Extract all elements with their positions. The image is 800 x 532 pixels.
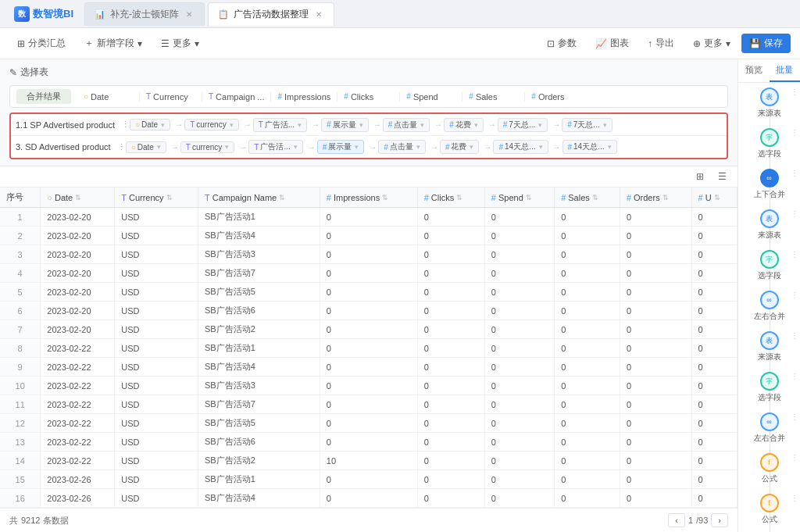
table-row: 6 2023-02-20 USD SB广告活动6 0 0 0 0 0 0: [0, 302, 738, 320]
col-currency[interactable]: T Currency ⇅: [115, 187, 198, 208]
sidebar-node-formula2: f 公式 ⋮: [738, 489, 800, 530]
node-circle-select1[interactable]: 字: [760, 128, 779, 147]
node-circle-source3[interactable]: 表: [760, 331, 779, 350]
prev-page-btn[interactable]: ‹: [668, 513, 685, 527]
tab-label-1: 补充-波士顿矩阵: [110, 8, 179, 21]
spend-type-icon: #: [406, 92, 411, 101]
more-btn[interactable]: ☰ 更多 ▾: [153, 34, 207, 53]
chart-btn[interactable]: 📈 图表: [588, 34, 637, 53]
more2-btn[interactable]: ⊕ 更多 ▾: [685, 34, 738, 53]
source-field-2-currency[interactable]: T currency ▾: [180, 141, 234, 153]
sort-clicks[interactable]: ⇅: [456, 194, 462, 202]
cell-spend: 0: [484, 320, 554, 339]
classify-btn[interactable]: ⊞ 分类汇总: [9, 34, 73, 53]
node-circle-formula1[interactable]: f: [760, 453, 779, 472]
table-filter-btn[interactable]: ☰: [713, 170, 731, 184]
node-menu-select1[interactable]: ⋮: [791, 128, 798, 137]
save-btn[interactable]: 💾 保存: [741, 34, 791, 53]
source-menu-2[interactable]: ⋮: [117, 142, 126, 152]
cell-currency: USD: [115, 377, 198, 395]
node-circle-merge2[interactable]: ∞: [760, 291, 779, 309]
cell-currency: USD: [115, 414, 198, 433]
node-menu-merge1[interactable]: ⋮: [791, 169, 798, 177]
tab-item-2[interactable]: 📋 广告活动数据整理 ✕: [208, 2, 334, 26]
sidebar-tab-batch[interactable]: 批量: [770, 59, 801, 82]
node-circle-select3[interactable]: 字: [760, 372, 779, 391]
node-menu-source2[interactable]: ⋮: [791, 209, 798, 218]
source-field-1-currency[interactable]: T currency ▾: [184, 119, 238, 130]
col-u[interactable]: # U ⇅: [691, 187, 737, 208]
source-field-2-spend[interactable]: # 花费 ▾: [440, 140, 480, 154]
node-circle-source1[interactable]: 表: [760, 87, 779, 106]
source-field-1-date[interactable]: ○ Date ▾: [130, 119, 170, 130]
col-clicks[interactable]: # Clicks ⇅: [417, 187, 484, 208]
sort-sales[interactable]: ⇅: [592, 194, 598, 202]
node-menu-merge3[interactable]: ⋮: [791, 412, 798, 421]
tab-label-2: 广告活动数据整理: [234, 8, 309, 21]
cell-campaign: SB广告活动1: [198, 470, 320, 489]
next-page-btn[interactable]: ›: [711, 513, 728, 527]
source-field-2-clicks[interactable]: # 点击量 ▾: [378, 140, 426, 154]
source-field-1-campaign[interactable]: T 广告活... ▾: [253, 118, 307, 132]
tab-close-2[interactable]: ✕: [313, 9, 324, 20]
source-field-2-sales[interactable]: # 14天总... ▾: [493, 140, 548, 154]
sort-date[interactable]: ⇅: [75, 194, 81, 202]
source-field-2-date[interactable]: ○ Date ▾: [126, 141, 166, 153]
table-view-btn[interactable]: ⊞: [691, 170, 709, 184]
node-menu-select3[interactable]: ⋮: [791, 372, 798, 380]
source-menu-1[interactable]: ⋮: [121, 120, 130, 130]
source-field-2-campaign[interactable]: T 广告活... ▾: [248, 140, 302, 154]
cell-spend: 0: [484, 377, 554, 395]
source-field-1-impressions[interactable]: # 展示量 ▾: [321, 118, 369, 132]
cell-campaign: SB广告活动2: [198, 452, 320, 470]
header-spend-label: Spend: [413, 92, 438, 102]
source-field-1-clicks[interactable]: # 点击量 ▾: [383, 118, 430, 132]
export-btn[interactable]: ↑ 导出: [640, 34, 682, 53]
col-date[interactable]: ○ Date ⇅: [41, 187, 115, 208]
tab-close-1[interactable]: ✕: [184, 9, 195, 20]
merge-config: ✎ 选择表 合并结果 ○ Date T Currency T Campaign …: [0, 59, 738, 166]
table-row: 12 2023-02-22 USD SB广告活动5 0 0 0 0 0 0: [0, 414, 738, 433]
sort-currency[interactable]: ⇅: [166, 194, 173, 202]
sort-impressions[interactable]: ⇅: [382, 194, 388, 202]
cell-impressions: 0: [320, 433, 417, 452]
sort-spend[interactable]: ⇅: [526, 194, 532, 202]
sort-orders[interactable]: ⇅: [662, 194, 669, 202]
export-icon: ↑: [648, 38, 652, 49]
node-menu-source3[interactable]: ⋮: [791, 331, 798, 340]
node-circle-source2[interactable]: 表: [760, 209, 779, 228]
source-field-1-orders[interactable]: # 7天总... ▾: [562, 118, 612, 132]
sidebar-tab-preview[interactable]: 预览: [738, 59, 770, 82]
source-field-2-impressions[interactable]: # 展示量 ▾: [317, 140, 365, 154]
node-circle-select2[interactable]: 字: [760, 250, 779, 269]
add-field-btn[interactable]: ＋ 新增字段 ▾: [77, 34, 150, 53]
node-circle-merge1[interactable]: ∞: [760, 169, 779, 187]
cell-orders: 0: [620, 320, 691, 339]
node-menu-select2[interactable]: ⋮: [791, 250, 798, 259]
page-current: 1: [688, 516, 693, 525]
params-btn[interactable]: ⊡ 参数: [539, 34, 584, 53]
sort-campaign[interactable]: ⇅: [279, 194, 285, 202]
source-field-1-sales[interactable]: # 7天总... ▾: [498, 118, 548, 132]
node-menu-formula1[interactable]: ⋮: [791, 453, 798, 462]
export-label: 导出: [655, 37, 674, 50]
cell-date: 2023-02-22: [41, 358, 115, 377]
node-circle-formula2[interactable]: f: [760, 494, 779, 512]
cell-seq: 12: [0, 414, 41, 433]
source-field-2-orders[interactable]: # 14天总... ▾: [562, 140, 617, 154]
sort-u[interactable]: ⇅: [714, 194, 720, 202]
node-menu-source1[interactable]: ⋮: [791, 87, 798, 96]
node-circle-merge3[interactable]: ∞: [760, 412, 779, 431]
source-field-1-spend[interactable]: # 花费 ▾: [444, 118, 484, 132]
node-menu-formula2[interactable]: ⋮: [791, 494, 798, 502]
col-impressions[interactable]: # Impressions ⇅: [320, 187, 417, 208]
col-orders[interactable]: # Orders ⇅: [620, 187, 691, 208]
add-field-label: 新增字段: [97, 37, 134, 50]
cell-spend: 0: [484, 227, 554, 245]
col-sales[interactable]: # Sales ⇅: [555, 187, 620, 208]
table-row: 1 2023-02-20 USD SB广告活动1 0 0 0 0 0 0: [0, 208, 738, 227]
col-spend[interactable]: # Spend ⇅: [484, 187, 554, 208]
tab-item-1[interactable]: 📊 补充-波士顿矩阵 ✕: [84, 2, 205, 26]
col-campaign[interactable]: T Campaign Name ⇅: [198, 187, 320, 208]
node-menu-merge2[interactable]: ⋮: [791, 291, 798, 299]
